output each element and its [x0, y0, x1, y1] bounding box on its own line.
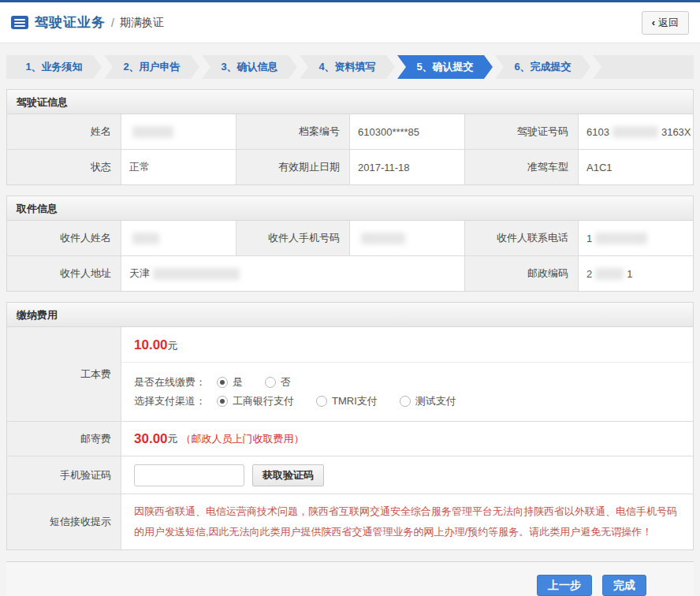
back-button-label: 返回 — [658, 16, 679, 30]
redacted-name — [132, 126, 173, 138]
pickup-info-title: 取件信息 — [7, 196, 693, 221]
previous-step-button[interactable]: 上一步 — [537, 575, 592, 596]
step-2-user-declaration: 2、用户申告 — [104, 55, 199, 79]
work-fee-row: 工本费 10.00元 是否在线缴费： 是 否 选择 — [7, 327, 693, 421]
recipient-phone-value: 1 — [579, 221, 693, 255]
step-bar-filler — [593, 55, 694, 79]
recipient-address-prefix: 天津 — [129, 266, 150, 281]
license-info-title: 驾驶证信息 — [7, 90, 693, 114]
work-fee-amount-line: 10.00元 — [121, 327, 693, 362]
channel-test-label: 测试支付 — [415, 394, 456, 408]
work-fee-unit: 元 — [168, 340, 178, 352]
channel-tmri-radio[interactable]: TMRI支付 — [316, 394, 378, 408]
list-icon — [11, 16, 28, 29]
name-label: 姓名 — [7, 114, 121, 149]
chevron-left-icon: ‹ — [652, 17, 655, 28]
sms-code-label: 手机验证码 — [7, 456, 121, 494]
postage-note: （邮政人员上门收取费用） — [181, 432, 304, 446]
work-fee-cell: 10.00元 是否在线缴费： 是 否 选择支付渠道： — [121, 327, 693, 421]
channel-test-radio[interactable]: 测试支付 — [400, 394, 456, 408]
name-value — [121, 114, 236, 149]
postal-code-label: 邮政编码 — [464, 256, 579, 291]
sms-code-row: 手机验证码 获取验证码 — [7, 456, 693, 494]
page-header: 驾驶证业务 / 期满换证 ‹ 返回 — [0, 2, 700, 43]
recipient-phone-prefix: 1 — [586, 233, 592, 244]
pay-channel-line: 选择支付渠道： 工商银行支付 TMRI支付 测试支付 — [134, 394, 693, 408]
postal-code-value: 21 — [579, 256, 693, 291]
online-pay-yes-radio[interactable]: 是 — [217, 375, 243, 389]
license-no-prefix: 6103 — [586, 126, 609, 138]
finish-button[interactable]: 完成 — [602, 575, 646, 596]
recipient-name-value — [121, 221, 236, 255]
work-fee-label: 工本费 — [7, 327, 121, 421]
sms-tip-text: 因陕西省联通、电信运营商技术问题，陕西省互联网交通安全综合服务管理平台无法向持陕… — [121, 494, 693, 549]
radio-unselected-icon — [316, 396, 327, 407]
file-no-value: 610300****85 — [350, 114, 464, 149]
online-pay-no-radio[interactable]: 否 — [265, 375, 291, 389]
fees-title: 缴纳费用 — [7, 303, 693, 327]
license-info-panel: 驾驶证信息 姓名 档案编号 610300****85 驾驶证号码 6103316… — [6, 89, 694, 185]
online-pay-no-label: 否 — [281, 375, 291, 389]
channel-tmri-label: TMRI支付 — [332, 394, 378, 408]
table-row: 收件人姓名 收件人手机号码 收件人联系电话 1 — [7, 221, 693, 255]
sms-tip-row: 短信接收提示 因陕西省联通、电信运营商技术问题，陕西省互联网交通安全综合服务管理… — [7, 494, 693, 549]
redacted-postal-code — [595, 268, 624, 280]
fees-panel: 缴纳费用 工本费 10.00元 是否在线缴费： 是 否 — [6, 302, 694, 550]
expiry-label: 有效期止日期 — [236, 150, 350, 184]
online-pay-label: 是否在线缴费： — [134, 375, 206, 389]
table-row: 状态 正常 有效期止日期 2017-11-18 准驾车型 A1C1 — [7, 149, 693, 184]
recipient-phone-label: 收件人联系电话 — [464, 221, 579, 255]
postal-code-suffix: 1 — [627, 268, 632, 280]
redacted-license-no — [612, 126, 658, 138]
postal-code-prefix: 2 — [586, 268, 592, 280]
radio-unselected-icon — [265, 377, 276, 388]
postage-value: 30.00元 （邮政人员上门收取费用） — [121, 422, 693, 456]
payment-options-block: 是否在线缴费： 是 否 选择支付渠道： 工商银行支付 — [121, 362, 693, 421]
postage-unit: 元 — [168, 432, 178, 446]
pay-channel-label: 选择支付渠道： — [134, 394, 206, 408]
work-fee-amount: 10.00 — [134, 337, 168, 352]
license-no-label: 驾驶证号码 — [464, 114, 579, 149]
redacted-recipient-phone — [595, 233, 647, 244]
postage-row: 邮寄费 30.00元 （邮政人员上门收取费用） — [7, 421, 693, 456]
vehicle-class-value: A1C1 — [579, 150, 693, 184]
recipient-mobile-value — [350, 221, 464, 255]
table-row: 收件人地址 天津 邮政编码 21 — [7, 255, 693, 291]
sms-tip-label: 短信接收提示 — [7, 494, 121, 549]
breadcrumb-separator: / — [111, 17, 114, 29]
status-label: 状态 — [7, 150, 121, 184]
recipient-name-label: 收件人姓名 — [7, 221, 121, 255]
license-no-suffix: 3163X — [661, 126, 691, 138]
sms-code-input[interactable] — [134, 464, 244, 486]
recipient-mobile-label: 收件人手机号码 — [236, 221, 350, 255]
redacted-recipient-address — [153, 268, 240, 280]
breadcrumb-current: 期满换证 — [120, 16, 164, 30]
file-no-label: 档案编号 — [236, 114, 350, 149]
online-pay-line: 是否在线缴费： 是 否 — [134, 375, 693, 389]
back-button[interactable]: ‹ 返回 — [642, 11, 689, 35]
vehicle-class-label: 准驾车型 — [464, 150, 579, 184]
redacted-recipient-mobile — [361, 233, 405, 244]
status-value: 正常 — [121, 150, 236, 184]
redacted-recipient-name — [132, 233, 159, 244]
step-6-complete-submit: 6、完成提交 — [495, 55, 590, 79]
sms-code-cell: 获取验证码 — [121, 456, 693, 494]
radio-unselected-icon — [400, 396, 411, 407]
step-wizard: 1、业务须知 2、用户申告 3、确认信息 4、资料填写 5、确认提交 6、完成提… — [6, 55, 694, 79]
radio-selected-icon — [217, 377, 228, 388]
channel-icbc-label: 工商银行支付 — [233, 394, 294, 408]
radio-selected-icon — [217, 396, 228, 407]
channel-icbc-radio[interactable]: 工商银行支付 — [217, 394, 294, 408]
page-title: 驾驶证业务 — [35, 13, 106, 32]
online-pay-yes-label: 是 — [233, 375, 243, 389]
step-4-fill-data: 4、资料填写 — [300, 55, 395, 79]
get-sms-code-button[interactable]: 获取验证码 — [252, 464, 324, 486]
step-3-confirm-info: 3、确认信息 — [202, 55, 297, 79]
footer-action-bar: 上一步 完成 — [6, 561, 694, 596]
recipient-address-value: 天津 — [121, 256, 464, 291]
expiry-value: 2017-11-18 — [350, 150, 464, 184]
pickup-info-panel: 取件信息 收件人姓名 收件人手机号码 收件人联系电话 1 收件人地址 天津 邮政… — [6, 196, 694, 292]
step-1-business-notice: 1、业务须知 — [6, 55, 102, 79]
postage-amount: 30.00 — [134, 431, 168, 447]
license-no-value: 61033163X — [579, 114, 693, 149]
